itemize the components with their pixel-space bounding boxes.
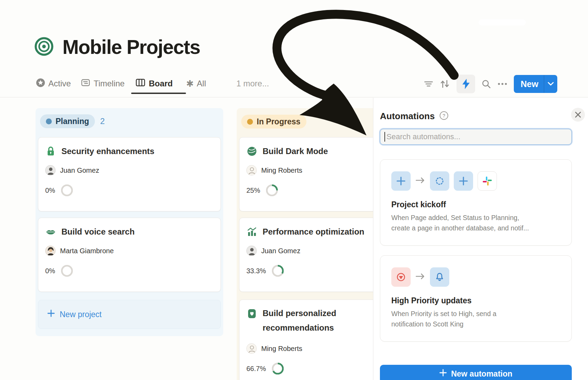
question-circle-icon[interactable]: ? (439, 111, 449, 122)
plus-icon (391, 171, 411, 191)
arrow-right-icon (415, 177, 425, 186)
bell-icon (430, 267, 449, 287)
board-icon (135, 78, 146, 89)
automation-search-input[interactable] (380, 129, 572, 145)
tab-label: 1 more... (236, 79, 269, 88)
target-icon (35, 37, 53, 57)
assignee-name: Ming Roberts (261, 345, 302, 353)
page-header: Mobile Projects (35, 36, 200, 58)
automation-title: High Priority updates (391, 296, 563, 305)
column-header: Planning 2 (38, 114, 221, 128)
card-title: Performance optimization (263, 226, 364, 237)
view-tabs: Active Timeline Board ✱ All 1 more... (36, 77, 269, 90)
new-project-label: New project (60, 310, 101, 319)
tab-board[interactable]: Board (135, 78, 173, 89)
new-button-label: New (514, 79, 544, 89)
header-divider (0, 97, 588, 97)
avatar (246, 246, 257, 256)
progress-ring (272, 265, 284, 277)
avatar (246, 343, 257, 354)
automations-panel: Automations ? (373, 98, 588, 380)
progress-ring (61, 265, 73, 277)
card-title: Build voice search (61, 226, 135, 237)
card-title: Build personalized recommendations (263, 306, 355, 335)
status-dot (46, 118, 52, 124)
progress-label: 25% (246, 187, 260, 194)
priority-icon (391, 267, 411, 287)
hidden-count-dot (341, 120, 345, 123)
column-planning: Planning 2 Security enhancements Juan Go… (36, 108, 223, 336)
automation-bolt-icon[interactable] (457, 75, 475, 93)
plus-icon (454, 171, 473, 191)
progress-label: 0% (45, 187, 55, 194)
progress-ring (272, 363, 284, 374)
tab-label: Board (149, 79, 173, 88)
timeline-icon (81, 78, 90, 89)
new-project-button[interactable]: New project (38, 300, 221, 329)
card-title: Security enhancements (61, 146, 154, 157)
chevron-down-icon[interactable] (544, 82, 557, 86)
progress-label: 0% (45, 267, 55, 275)
text-caret (384, 132, 385, 142)
lock-icon (45, 146, 56, 157)
avatar (45, 165, 56, 175)
progress-label: 66.7% (246, 365, 266, 373)
assignee-name: Juan Gomez (60, 167, 99, 174)
tab-timeline[interactable]: Timeline (81, 78, 125, 89)
spinner-icon (430, 171, 449, 191)
avatar (246, 165, 257, 175)
card-title: Build Dark Mode (263, 146, 328, 157)
status-dot (247, 119, 253, 125)
arrow-right-icon (415, 273, 425, 282)
tab-label: All (197, 79, 206, 88)
tab-active[interactable]: Active (36, 78, 71, 89)
automation-card[interactable]: High Priority updates When Priority is s… (380, 255, 572, 342)
star-circle-icon (36, 78, 45, 89)
automations-header: Automations ? (380, 109, 572, 123)
automation-title: Project kickoff (391, 200, 563, 209)
automation-description: When Page added, Set Status to Planning,… (391, 212, 563, 233)
status-label: In Progress (257, 117, 301, 126)
svg-text:?: ? (442, 113, 445, 118)
filter-icon[interactable] (424, 80, 433, 88)
chart-icon (246, 226, 257, 237)
slack-icon (478, 171, 497, 191)
automation-card[interactable]: Project kickoff When Page added, Set Sta… (380, 159, 572, 246)
asterisk-icon: ✱ (186, 79, 194, 88)
tab-all[interactable]: ✱ All (186, 79, 206, 88)
new-automation-label: New automation (451, 369, 512, 379)
status-label: Planning (56, 117, 89, 126)
more-icon[interactable] (497, 82, 508, 86)
page-title: Mobile Projects (62, 36, 200, 58)
project-card[interactable]: Security enhancements Juan Gomez 0% (38, 137, 221, 211)
heart-badge-icon (246, 308, 257, 319)
progress-ring (61, 184, 73, 196)
plus-icon (439, 369, 447, 379)
project-card[interactable]: Build voice search Marta Giambrone 0% (38, 218, 221, 292)
sphere-icon (246, 146, 257, 157)
assignee-name: Marta Giambrone (60, 247, 114, 255)
tab-label: Timeline (94, 79, 125, 88)
tab-more[interactable]: 1 more... (236, 79, 269, 88)
lips-icon (45, 226, 56, 237)
progress-label: 33.3% (246, 267, 266, 275)
new-button[interactable]: New (514, 75, 557, 93)
automation-description: When Priority is set to High, send a not… (391, 308, 563, 329)
white-patch (479, 19, 526, 26)
assignee-name: Juan Gomez (261, 247, 300, 255)
automations-title: Automations (380, 111, 435, 122)
automation-search (380, 129, 572, 145)
plus-icon (47, 310, 55, 319)
status-badge[interactable]: Planning (40, 114, 95, 128)
progress-ring (266, 184, 278, 196)
search-icon[interactable] (481, 79, 491, 89)
tab-label: Active (48, 79, 71, 88)
board-toolbar: New (424, 75, 557, 93)
avatar (45, 246, 56, 256)
close-icon[interactable] (571, 108, 585, 122)
assignee-name: Ming Roberts (261, 167, 302, 174)
sort-icon[interactable] (439, 79, 450, 89)
new-automation-button[interactable]: New automation (380, 365, 572, 380)
column-count: 2 (100, 116, 105, 126)
status-badge[interactable]: In Progress (241, 115, 306, 129)
